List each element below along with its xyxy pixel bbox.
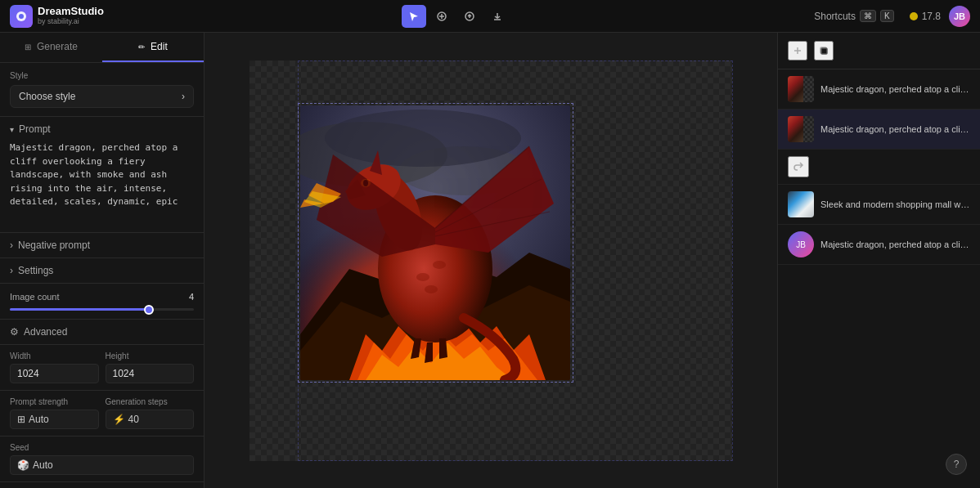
history-text-1: Majestic dragon, perched atop a cliff ov… — [820, 84, 970, 94]
width-label: Width — [10, 351, 99, 360]
svg-point-4 — [910, 12, 918, 20]
share-row — [778, 150, 980, 185]
seed-label: Seed — [10, 443, 194, 452]
negative-prompt-label: Negative prompt — [18, 240, 90, 251]
extended-area — [573, 103, 732, 337]
shortcuts-button[interactable]: Shortcuts ⌘ K — [807, 7, 900, 25]
prompt-chevron-icon: ▾ — [10, 125, 14, 134]
height-label: Height — [106, 351, 195, 360]
download-button[interactable] — [485, 5, 510, 28]
prompt-label: Prompt — [19, 123, 51, 135]
seed-value[interactable]: 🎲 Auto — [10, 455, 194, 475]
dream-btn-container: ✦ Dream 7.2 — [0, 482, 204, 488]
right-sidebar-header — [778, 33, 980, 69]
copy-history-button[interactable] — [814, 41, 834, 60]
credits-display: 17.8 — [909, 11, 941, 22]
thumb-img-2 — [788, 116, 803, 142]
app-subtitle: by stability.ai — [38, 18, 104, 26]
settings-section: › Settings — [0, 258, 204, 284]
settings-header[interactable]: › Settings — [10, 265, 194, 276]
topbar: DreamStudio by stability.ai — [0, 0, 980, 33]
history-text-4: Majestic dragon, perched atop a cliff ov… — [820, 240, 970, 249]
erase-tool-button[interactable] — [429, 5, 454, 28]
history-item-2[interactable]: Majestic dragon, perched atop a cliff ov… — [778, 110, 980, 150]
prompt-textarea[interactable]: Majestic dragon, perched atop a cliff ov… — [10, 141, 194, 222]
style-selector[interactable]: Choose style › — [10, 85, 194, 108]
svg-point-28 — [433, 261, 446, 269]
avatar[interactable]: JB — [949, 6, 970, 27]
svg-point-27 — [416, 273, 429, 281]
history-thumb-3 — [788, 191, 814, 217]
add-history-button[interactable] — [788, 41, 807, 60]
prompt-strength-item: Prompt strength ⊞ Auto — [10, 397, 99, 429]
image-count-value: 4 — [189, 292, 194, 302]
tab-edit[interactable]: ✏ Edit — [102, 33, 205, 62]
advanced-icon: ⚙ — [10, 326, 19, 338]
dimension-row: Width 1024 Height 1024 — [0, 345, 204, 391]
tab-generate-label: Generate — [37, 41, 78, 52]
params-row: Prompt strength ⊞ Auto Generation steps … — [0, 391, 204, 437]
generation-steps-value[interactable]: ⚡ 40 — [106, 410, 195, 429]
negative-prompt-section: › Negative prompt — [0, 233, 204, 258]
svg-rect-36 — [821, 48, 827, 54]
canvas-container — [249, 60, 732, 461]
share-button[interactable] — [788, 156, 809, 177]
prompt-strength-icon: ⊞ — [17, 414, 25, 425]
share-inner — [788, 156, 970, 177]
generation-steps-label: Generation steps — [106, 397, 195, 406]
help-label: ? — [954, 459, 960, 470]
settings-chevron-icon: › — [10, 265, 13, 276]
topbar-center — [402, 5, 510, 28]
dragon-image — [300, 105, 570, 380]
right-sidebar-bottom: ? — [778, 265, 980, 488]
help-button[interactable]: ? — [946, 454, 967, 475]
topbar-left: DreamStudio by stability.ai — [10, 5, 104, 28]
history-text-2: Majestic dragon, perched atop a cliff ov… — [820, 124, 970, 134]
history-thumb-2 — [788, 116, 814, 142]
topbar-right: Shortcuts ⌘ K 17.8 JB — [807, 6, 970, 27]
history-item-3[interactable]: Sleek and modern shopping mall with a fo… — [778, 185, 980, 225]
logo-icon — [10, 5, 33, 28]
app-title: DreamStudio — [38, 6, 104, 17]
width-value[interactable]: 1024 — [10, 364, 99, 383]
height-value[interactable]: 1024 — [106, 364, 195, 383]
prompt-header[interactable]: ▾ Prompt — [10, 123, 194, 135]
history-avatar-4: JB — [788, 231, 814, 257]
logo-text: DreamStudio by stability.ai — [38, 6, 104, 25]
slider-fill — [10, 308, 148, 311]
thumb-img-1 — [788, 76, 803, 102]
image-count-slider[interactable] — [10, 308, 194, 311]
shortcut-kbd2: K — [880, 10, 894, 22]
image-count-label: Image count — [10, 292, 60, 302]
shortcuts-label: Shortcuts — [814, 11, 856, 22]
style-section: Style Choose style › — [0, 63, 204, 117]
seed-icon: 🎲 — [17, 459, 29, 471]
style-placeholder: Choose style — [19, 91, 75, 102]
slider-thumb[interactable] — [144, 305, 154, 315]
negative-prompt-header[interactable]: › Negative prompt — [10, 240, 194, 251]
tab-edit-label: Edit — [151, 41, 168, 52]
dragon-svg — [300, 105, 570, 380]
tab-generate[interactable]: ⊞ Generate — [0, 33, 102, 62]
advanced-header[interactable]: ⚙ Advanced — [10, 326, 194, 338]
advanced-label: Advanced — [24, 326, 67, 338]
steps-icon: ⚡ — [113, 414, 125, 425]
upload-button[interactable] — [457, 5, 482, 28]
thumb-img-3 — [788, 191, 814, 217]
image-count-row: Image count 4 — [10, 292, 194, 302]
cursor-tool-button[interactable] — [402, 5, 426, 28]
history-text-3: Sleek and modern shopping mall with a fo… — [820, 199, 970, 209]
avatar-initials: JB — [954, 11, 965, 21]
canvas-area[interactable] — [205, 33, 777, 488]
shortcut-kbd1: ⌘ — [860, 10, 876, 22]
history-thumb-1 — [788, 76, 814, 102]
left-sidebar: ⊞ Generate ✏ Edit Style Choose style › ▾… — [0, 33, 205, 488]
logo-area[interactable]: DreamStudio by stability.ai — [10, 5, 104, 28]
sidebar-tabs: ⊞ Generate ✏ Edit — [0, 33, 204, 63]
generation-steps-item: Generation steps ⚡ 40 — [106, 397, 195, 429]
history-item-4[interactable]: JB Majestic dragon, perched atop a cliff… — [778, 225, 980, 265]
history-item-1[interactable]: Majestic dragon, perched atop a cliff ov… — [778, 69, 980, 110]
main-layout: ⊞ Generate ✏ Edit Style Choose style › ▾… — [0, 33, 980, 488]
prompt-strength-value[interactable]: ⊞ Auto — [10, 410, 99, 429]
width-item: Width 1024 — [10, 351, 99, 383]
